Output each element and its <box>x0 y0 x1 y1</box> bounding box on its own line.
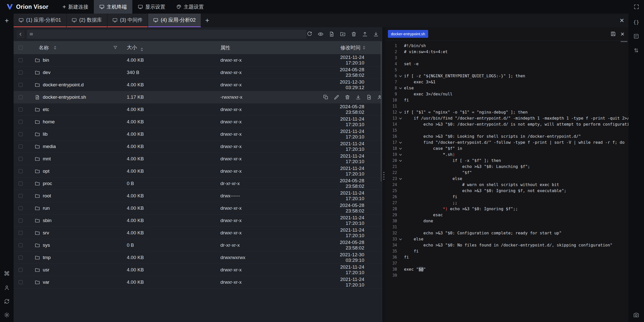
snippets-button[interactable]: {} <box>633 19 639 25</box>
sort-name-button[interactable] <box>54 46 56 50</box>
refresh-button[interactable] <box>306 31 312 37</box>
file-row[interactable]: sbin4.00 KBdrwxr-xr-x2021-11-24 17:20:10 <box>14 214 382 227</box>
file-row[interactable]: root4.00 KBdrwx------2021-11-24 17:20:10 <box>14 190 382 202</box>
upload-button[interactable] <box>362 31 368 37</box>
save-button[interactable] <box>610 31 616 37</box>
fold-toggle[interactable] <box>397 178 404 180</box>
file-name: media <box>43 144 56 149</box>
row-checkbox[interactable] <box>19 132 23 136</box>
sidebar-add-button[interactable]: + <box>5 17 9 25</box>
row-checkbox[interactable] <box>19 231 23 235</box>
new-file-button[interactable] <box>329 31 335 37</box>
panel-splitter[interactable] <box>382 27 385 322</box>
editor-scrollbar[interactable] <box>621 41 627 42</box>
commands-button[interactable] <box>633 33 639 39</box>
row-checkbox[interactable] <box>19 256 23 260</box>
row-action-download-button[interactable] <box>355 94 361 100</box>
editor-close-button[interactable]: × <box>621 31 624 37</box>
row-checkbox[interactable] <box>19 280 23 284</box>
row-checkbox[interactable] <box>19 182 23 186</box>
fold-toggle[interactable] <box>397 87 404 89</box>
sort-size-button[interactable] <box>141 48 143 51</box>
delete-button[interactable] <box>351 31 357 37</box>
file-row[interactable]: tmp4.00 KBdrwxrwxrwx2021-12-30 03:29:10 <box>14 252 382 264</box>
file-row[interactable]: lib4.00 KBdrwxr-xr-x2021-11-24 17:20:10 <box>14 128 382 140</box>
fold-toggle[interactable] <box>397 160 404 162</box>
transfer-button[interactable] <box>633 47 639 53</box>
settings-button[interactable] <box>4 312 10 318</box>
new-folder-button[interactable] <box>340 31 346 37</box>
row-checkbox[interactable] <box>19 157 23 161</box>
fold-toggle[interactable] <box>397 117 404 119</box>
row-checkbox[interactable] <box>19 145 23 149</box>
row-checkbox[interactable] <box>19 120 23 124</box>
file-row[interactable]: docker-entrypoint.sh1.17 KB-rwxrwxr-x <box>14 91 382 103</box>
fold-toggle[interactable] <box>397 75 404 77</box>
code-editor[interactable]: 1#!/bin/sh2# vim:sw=4:ts=4:et34set -e56i… <box>385 41 628 322</box>
filter-button[interactable] <box>113 45 118 50</box>
row-checkbox[interactable] <box>19 243 23 247</box>
file-row[interactable]: bin4.00 KBdrwxr-xr-x2021-11-24 17:20:10 <box>14 54 382 66</box>
fold-toggle[interactable] <box>397 148 404 150</box>
chevron-down-icon <box>399 147 402 150</box>
fold-toggle[interactable] <box>397 141 404 144</box>
back-button[interactable] <box>17 30 25 38</box>
row-checkbox[interactable] <box>19 169 23 173</box>
column-attr: 属性 <box>220 45 230 50</box>
sort-mtime-button[interactable] <box>363 46 365 50</box>
row-checkbox[interactable] <box>19 70 23 75</box>
row-action-copy-button[interactable] <box>323 94 329 100</box>
file-row[interactable]: etc4.00 KBdrwxr-xr-x2024-05-28 23:58:02 <box>14 103 382 116</box>
preview-eye-button[interactable] <box>317 31 324 37</box>
row-checkbox[interactable] <box>19 83 23 87</box>
row-checkbox[interactable] <box>19 206 23 210</box>
editor-file-tab[interactable]: docker-entrypoint.sh <box>388 30 428 38</box>
file-row[interactable]: home4.00 KBdrwxr-xr-x2021-11-24 17:20:10 <box>14 116 382 128</box>
file-row[interactable]: mnt4.00 KBdrwxr-xr-x2021-11-24 17:20:10 <box>14 153 382 165</box>
file-row[interactable]: media4.00 KBdrwxr-xr-x2021-11-24 17:20:1… <box>14 140 382 153</box>
sync-button[interactable] <box>4 298 10 304</box>
terminal-tab-1[interactable]: (1) 应用-分析01 <box>14 14 66 27</box>
shortcut-keys-button[interactable]: ⌘ <box>4 270 10 277</box>
fullscreen-button[interactable] <box>633 4 639 10</box>
file-row[interactable]: docker-entrypoint.d4.00 KBdrwxr-xr-x2021… <box>14 79 382 91</box>
file-row[interactable]: var4.00 KBdrwxr-xr-x2021-11-24 17:20:10 <box>14 276 382 289</box>
row-checkbox[interactable] <box>19 268 23 272</box>
nav-item-theme-settings[interactable]: 主题设置 <box>171 0 209 14</box>
row-action-delete-button[interactable] <box>345 94 350 100</box>
file-row[interactable]: srv4.00 KBdrwxr-xr-x2021-11-24 17:20:10 <box>14 227 382 239</box>
download-button[interactable] <box>373 31 379 37</box>
nav-item-host-terminal[interactable]: 主机终端 <box>94 0 132 14</box>
file-mtime: 2024-05-28 23:58:02 <box>323 203 382 214</box>
terminal-tab-2[interactable]: (2) 数据库 <box>67 14 107 27</box>
path-input[interactable] <box>36 31 304 37</box>
nav-item-display-settings[interactable]: 显示设置 <box>132 0 171 14</box>
file-row[interactable]: usr4.00 KBdrwxr-xr-x2021-11-24 17:20:10 <box>14 264 382 276</box>
row-checkbox[interactable] <box>19 95 23 99</box>
row-checkbox[interactable] <box>19 58 23 62</box>
file-row[interactable]: opt4.00 KBdrwxr-xr-x2021-11-24 17:20:10 <box>14 165 382 177</box>
row-checkbox[interactable] <box>19 219 23 223</box>
add-terminal-tab-button[interactable]: + <box>201 14 213 27</box>
row-checkbox[interactable] <box>19 108 23 112</box>
terminal-icon <box>153 18 158 23</box>
row-checkbox[interactable] <box>19 194 23 198</box>
file-name: bin <box>43 57 49 63</box>
row-action-edit-button[interactable] <box>334 94 339 100</box>
user-info-button[interactable] <box>4 285 10 291</box>
fold-toggle[interactable] <box>397 238 404 240</box>
screenshot-button[interactable] <box>633 312 639 318</box>
fold-toggle[interactable] <box>397 111 404 113</box>
file-row[interactable]: run4.00 KBdrwxr-xr-x2024-05-28 23:58:02 <box>14 202 382 214</box>
nav-item-new-connection[interactable]: + 新建连接 <box>57 0 94 14</box>
terminal-tab-3[interactable]: (3) 中间件 <box>107 14 148 27</box>
fold-toggle[interactable] <box>397 154 404 156</box>
close-terminal-button[interactable]: × <box>615 14 628 27</box>
file-scrollbar[interactable] <box>381 42 382 182</box>
file-row[interactable]: sys0 Bdr-xr-xr-x2024-05-28 23:58:02 <box>14 239 382 252</box>
file-row[interactable]: dev340 Bdrwxr-xr-x2024-05-28 23:58:02 <box>14 66 382 79</box>
terminal-tab-4[interactable]: (4) 应用-分析02 <box>148 14 201 27</box>
select-all-checkbox[interactable] <box>19 46 23 50</box>
row-action-move-button[interactable] <box>366 94 372 100</box>
file-row[interactable]: proc0 Bdr-xr-xr-x2024-05-28 23:58:02 <box>14 177 382 190</box>
